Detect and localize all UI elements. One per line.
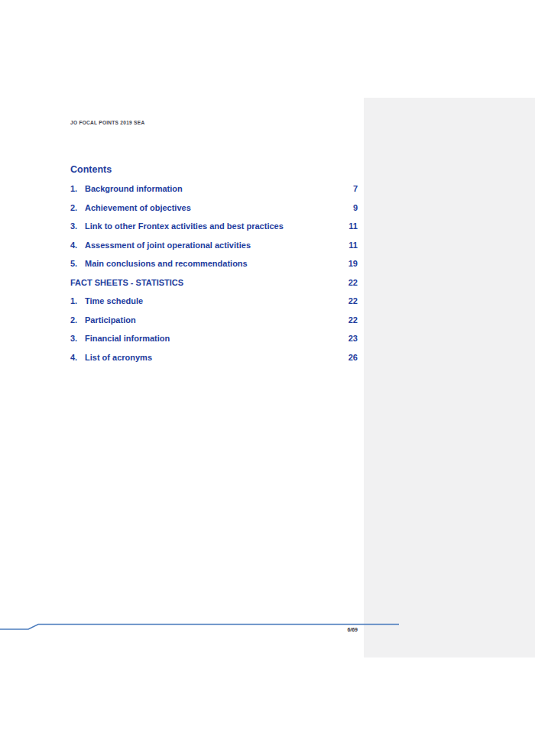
toc-entry-number: 1.: [70, 184, 85, 194]
toc-entry-number: 4.: [70, 241, 85, 250]
toc-entry-number: 3.: [70, 221, 85, 231]
toc-entry-page: 23: [349, 334, 358, 344]
toc-entry-label: List of acronyms: [85, 353, 152, 363]
toc-entry-label: Financial information: [85, 334, 170, 344]
toc-entry[interactable]: 4.List of acronyms26: [70, 353, 358, 372]
document-page: JO FOCAL POINTS 2019 SEA Contents 1.Back…: [0, 0, 535, 756]
toc-entry[interactable]: 2.Participation22: [70, 315, 358, 334]
toc-entry[interactable]: 1.Background information7: [70, 184, 358, 203]
toc-entry-page: 22: [349, 278, 358, 288]
toc-entry[interactable]: 3.Financial information23: [70, 334, 358, 353]
toc-entry-number: 2.: [70, 203, 85, 213]
right-gray-panel: [364, 98, 535, 657]
running-header: JO FOCAL POINTS 2019 SEA: [70, 120, 144, 125]
toc-entry[interactable]: 2.Achievement of objectives9: [70, 203, 358, 222]
toc-entry-page: 7: [353, 184, 358, 194]
toc-entry-page: 11: [349, 241, 358, 250]
toc-entry-number: 1.: [70, 296, 85, 306]
toc-entry[interactable]: 3.Link to other Frontex activities and b…: [70, 221, 358, 241]
toc-entry[interactable]: 5.Main conclusions and recommendations19: [70, 259, 358, 278]
toc-entry-label: Participation: [85, 315, 136, 325]
toc-entry-label: Achievement of objectives: [85, 203, 191, 213]
toc-entry-page: 22: [349, 296, 358, 306]
toc-entry-label: Link to other Frontex activities and bes…: [85, 221, 284, 231]
toc-entry-number: 2.: [70, 315, 85, 325]
toc-entry-page: 22: [349, 315, 358, 325]
toc-entry-number: 4.: [70, 353, 85, 363]
toc-entry[interactable]: 1.Time schedule22: [70, 296, 358, 315]
page-number-indicator: 6/69: [306, 627, 358, 632]
toc-entry-label: Time schedule: [85, 296, 143, 306]
toc-entry-number: 3.: [70, 334, 85, 344]
toc-entry-page: 26: [349, 353, 358, 363]
toc-entry-label: Background information: [85, 184, 183, 194]
toc-entry-page: 9: [353, 203, 358, 213]
contents-title: Contents: [70, 164, 358, 175]
toc-entry-label: Main conclusions and recommendations: [85, 259, 248, 269]
toc-entry-page: 19: [349, 259, 358, 269]
toc-list: 1.Background information72.Achievement o…: [70, 184, 358, 371]
toc-entry[interactable]: 4.Assessment of joint operational activi…: [70, 241, 358, 260]
toc-entry[interactable]: FACT SHEETS - STATISTICS22: [70, 278, 358, 297]
toc-entry-label: Assessment of joint operational activiti…: [85, 241, 251, 250]
table-of-contents: Contents 1.Background information72.Achi…: [70, 164, 358, 371]
toc-entry-label: FACT SHEETS - STATISTICS: [70, 278, 183, 288]
toc-entry-number: 5.: [70, 259, 85, 269]
toc-entry-page: 11: [349, 221, 358, 231]
